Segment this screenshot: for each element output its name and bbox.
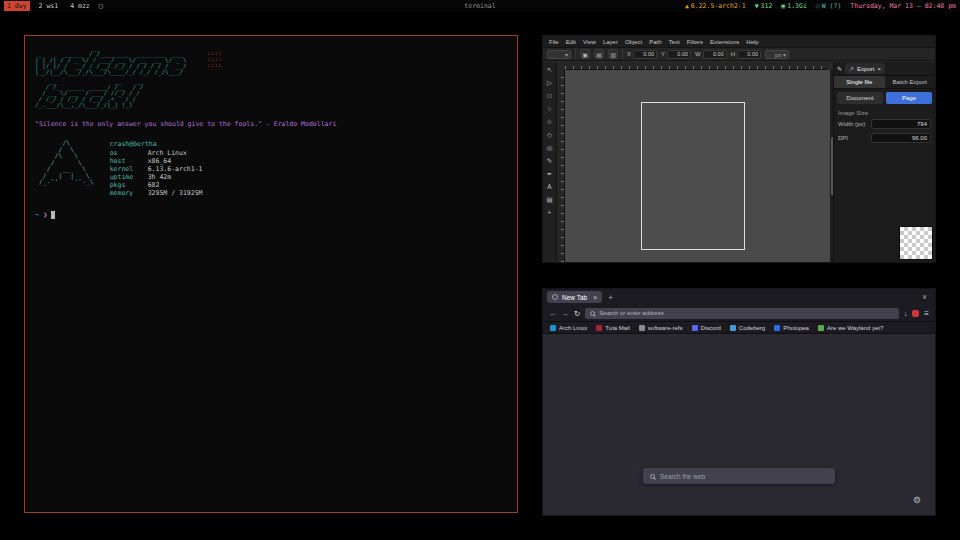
text-tool-icon[interactable]: A [544,182,555,192]
ublock-extension-icon[interactable] [912,310,919,317]
close-icon[interactable]: × [877,66,881,72]
fetch-value: 3295M / 31925M [148,189,203,197]
h-field-group: H 0.00 [731,50,761,59]
box3d-tool-icon[interactable]: ◇ [544,130,555,140]
node-tool-icon[interactable]: ▷ [544,78,555,88]
align-button-2[interactable]: ▤ [594,49,604,59]
menu-item-filters[interactable]: Filters [687,39,703,45]
document-scope-button[interactable]: Document [837,92,883,104]
export-mode-toggle: Single file Batch Export [834,76,935,89]
page-scope-button[interactable]: Page [886,92,932,104]
inkscape-canvas[interactable] [565,70,830,262]
menu-item-layer[interactable]: Layer [603,39,618,45]
width-input[interactable]: 794 [871,119,931,129]
hamburger-menu-icon[interactable]: ≡ [924,309,929,318]
menu-item-view[interactable]: View [583,39,596,45]
terminal-window[interactable]: __ _ _____ / /________ ____ ___ ___ | | … [24,35,518,513]
system-fetch: /\ / \ /\ \ / \ / __ \ / | | \ /_-'' ''-… [35,140,507,197]
bookmark-software-refs[interactable]: software-refs [639,325,683,331]
bookmark-favicon [730,325,736,331]
fetch-value: x86_64 [148,157,171,165]
horizontal-ruler[interactable] [565,62,828,70]
h-input[interactable]: 0.00 [737,50,761,59]
bookmark-label: Are we Wayland yet? [827,325,883,331]
bookmark-favicon [550,325,556,331]
menu-item-path[interactable]: Path [649,39,661,45]
pen-tool-icon[interactable]: ✒ [544,169,555,179]
menu-item-edit[interactable]: Edit [566,39,576,45]
bookmark-arch-linux[interactable]: Arch Linux [550,325,587,331]
fetch-value: Arch Linux [148,149,187,157]
tool-options-dropdown[interactable]: ▾ [547,50,571,59]
menu-item-extensions[interactable]: Extensions [710,39,739,45]
workspace-list: 1 dwy 2 ws1 4 mzz □ [4,1,103,11]
personalize-gear-icon[interactable]: ⚙ [913,495,921,505]
fetch-value: 682 [148,181,160,189]
export-panel-header: ✎ ↗ Export × [834,62,935,76]
status-network-text: 312 [761,2,773,10]
bookmark-are-we-wayland-yet[interactable]: Are we Wayland yet? [818,325,883,331]
dpi-input[interactable]: 96.00 [871,133,931,143]
x-input[interactable]: 0.00 [633,50,657,59]
reload-button[interactable]: ↻ [574,309,580,318]
export-tab-label: Export [857,66,874,72]
zoom-tool-icon[interactable]: + [544,208,555,218]
arch-ascii-logo: /\ / \ /\ \ / \ / __ \ / | | \ /_-'' ''-… [35,140,94,197]
list-tabs-caret-icon[interactable]: ∨ [922,293,931,301]
back-button[interactable]: ← [549,309,557,318]
y-input[interactable]: 0.00 [667,50,691,59]
prompt-char: ❯ [43,211,47,219]
vertical-ruler[interactable] [557,70,565,262]
star-tool-icon[interactable]: ☆ [544,117,555,127]
menu-item-text[interactable]: Text [669,39,680,45]
align-button-1[interactable]: ▣ [580,49,590,59]
rectangle-tool-icon[interactable]: □ [544,91,555,101]
status-wifi: ◌ W (?) [816,2,842,10]
workspace-3[interactable]: 4 mzz [67,1,93,11]
download-arrow-icon: ▼ [755,2,759,10]
bookmark-tuta-mail[interactable]: Tuta Mail [596,325,629,331]
tab-close-icon[interactable]: × [593,294,597,301]
workspace-1[interactable]: 1 dwy [4,1,30,11]
dock-icon[interactable]: ✎ [837,65,842,72]
shell-prompt[interactable]: ~ ❯ [35,211,507,219]
web-search-box[interactable]: Search the web [643,468,835,484]
toolbar-separator [622,49,623,59]
w-field-group: W 0.00 [695,50,727,59]
fetch-label: pkgs [110,181,148,189]
url-placeholder: Search or enter address [599,310,663,316]
inkscape-toolbox: ↖ ▷ □ ○ ☆ ◇ ◎ ✎ ✒ A ▤ + [543,62,557,262]
new-tab-button[interactable]: + [608,293,613,302]
bookmark-label: software-refs [648,325,683,331]
units-dropdown[interactable]: px ▾ [765,50,789,59]
workspace-2[interactable]: 2 ws1 [36,1,62,11]
selector-tool-icon[interactable]: ↖ [544,65,555,75]
export-tab[interactable]: ↗ Export × [845,63,885,74]
align-button-3[interactable]: ▥ [608,49,618,59]
bookmark-photopea[interactable]: Photopea [774,325,809,331]
spiral-tool-icon[interactable]: ◎ [544,143,555,153]
forward-button[interactable]: → [562,309,570,318]
gradient-tool-icon[interactable]: ▤ [544,195,555,205]
layout-mode-icon[interactable]: □ [99,2,103,10]
menu-item-object[interactable]: Object [625,39,642,45]
w-label: W [695,51,701,57]
status-wifi-text: W (?) [822,2,842,10]
url-bar[interactable]: Search or enter address [585,308,899,319]
prompt-path: ~ [35,211,39,219]
w-input[interactable]: 0.00 [703,50,727,59]
ellipse-tool-icon[interactable]: ○ [544,104,555,114]
single-file-mode-button[interactable]: Single file [834,76,885,88]
pencil-tool-icon[interactable]: ✎ [544,156,555,166]
menu-item-help[interactable]: Help [746,39,758,45]
bookmark-codeberg[interactable]: Codeberg [730,325,765,331]
bookmark-discord[interactable]: Discord [692,325,721,331]
document-page[interactable] [641,102,745,250]
batch-export-mode-button[interactable]: Batch Export [885,76,936,88]
downloads-icon[interactable]: ↓ [904,310,908,317]
nav-action-icons: ↓ ≡ [904,309,929,318]
tab-new-tab[interactable]: New Tab × [547,291,602,303]
status-memory: ▣ 1.3Gi [781,2,807,10]
menu-item-file[interactable]: File [549,39,559,45]
text-cursor [51,211,55,219]
